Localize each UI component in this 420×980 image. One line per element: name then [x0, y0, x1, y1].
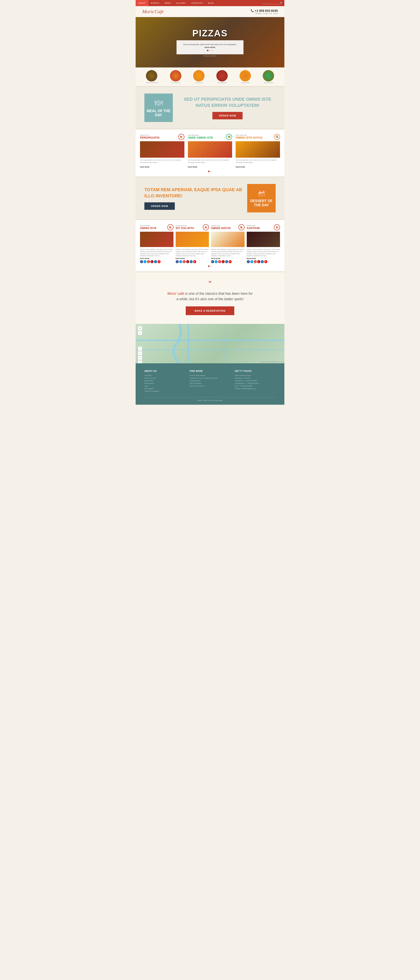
search-input[interactable]: [263, 2, 280, 4]
map-move-right[interactable]: →: [138, 360, 142, 363]
menu-cards-section: OMNIS ISTE PERSPICIATIS 🍖 Sed ut perspic…: [136, 129, 284, 177]
mc2-3-pinterest[interactable]: p: [222, 260, 225, 263]
menu-card-2-header: DOLOREMQUE UNDE OMNIS ISTE 🌿: [188, 134, 232, 140]
nav-item-menu[interactable]: MENU: [162, 0, 174, 6]
menu2-dot-2[interactable]: [211, 266, 212, 267]
footer-link-terms[interactable]: Terms & conditions: [144, 390, 185, 392]
footer-link-menus[interactable]: Food & Wine Menus: [190, 374, 231, 377]
menu-card-3-header: ACCUSANTIUM OMNIS ISTE NATUS 🍳: [236, 134, 280, 140]
mc2-4-youtube[interactable]: ▶: [264, 260, 267, 263]
make-reservation-button[interactable]: MAKE A RESERVATION: [186, 306, 234, 315]
footer-link-locations[interactable]: Locations, Hours & Other Essentials: [190, 377, 231, 379]
mc2-4-desc: Eantium, lorem aperiam a ipsa quae ab il…: [247, 248, 280, 257]
map-move-left[interactable]: ←: [138, 351, 142, 355]
mc2-3-read-more[interactable]: READ MORE: [211, 258, 244, 259]
footer-link-jobs[interactable]: Jobs: [144, 385, 185, 387]
menu2-dot-1[interactable]: [208, 266, 209, 267]
mc2-1-twitter[interactable]: t: [144, 260, 147, 263]
dessert-badge-icon: 🍰: [257, 189, 266, 197]
nav-item-contacts[interactable]: CONTACTS: [189, 0, 205, 6]
menu-card-2-icon: 🌿: [226, 134, 232, 140]
mc2-4-twitter[interactable]: t: [250, 260, 253, 263]
mc2-1-facebook[interactable]: f: [140, 260, 143, 263]
view-all-dishes[interactable]: VIEW ALL DISHES: [176, 55, 244, 57]
mc2-3-youtube[interactable]: ▶: [228, 260, 231, 263]
nav-item-blog[interactable]: BLOG: [205, 0, 217, 6]
map-home[interactable]: ○: [138, 356, 142, 360]
food-thumb-3[interactable]: CUSANTIUM: [193, 70, 204, 83]
mc2-2-read-more[interactable]: READ MORE: [176, 258, 209, 259]
mc2-2-linkedin[interactable]: in: [190, 260, 193, 263]
menu-card-2-read-more[interactable]: READ MORE: [188, 166, 197, 168]
footer-contact-heading: GET IT TOUCH: [235, 370, 276, 372]
main-navigation: ABOUT EVENTS MENU GALLERY CONTACTS BLOG …: [136, 0, 284, 6]
food-thumb-img-1: [146, 70, 157, 81]
mc2-1-social: f t g p in ▶: [140, 260, 173, 263]
nav-item-gallery[interactable]: GALLERY: [173, 0, 189, 6]
footer-link-reservations[interactable]: Reservations: [144, 382, 185, 384]
footer-link-blog[interactable]: Our Blog: [144, 374, 185, 377]
mc2-3-linkedin[interactable]: in: [225, 260, 228, 263]
mc2-3-facebook[interactable]: f: [211, 260, 214, 263]
map-move-up[interactable]: ↑: [138, 347, 142, 351]
footer-link-support[interactable]: Ask support: [144, 388, 185, 390]
footer-link-private[interactable]: Private Dining: [190, 380, 231, 382]
hero-dot-1[interactable]: [207, 50, 208, 51]
mc2-2-twitter[interactable]: t: [179, 260, 182, 263]
nav-item-events[interactable]: EVENTS: [148, 0, 162, 6]
mc2-1-read-more[interactable]: READ MORE: [140, 258, 173, 259]
footer-tel-label: Telephone:: [235, 380, 243, 382]
menu-card-3-read-more[interactable]: READ MORE: [236, 166, 245, 168]
footer-smartphone-value: +1 959 603 6035: [245, 382, 258, 384]
hero-read-more[interactable]: READ MORE: [183, 46, 237, 48]
menu-dot-2[interactable]: [211, 170, 212, 172]
food-thumb-2[interactable]: VOLUPTATEM: [170, 70, 181, 83]
mc2-1-linkedin[interactable]: in: [154, 260, 157, 263]
menu-card-3-icon: 🍳: [274, 134, 280, 140]
mc2-4-cat: OMNIS ISTE: [247, 225, 260, 226]
site-logo[interactable]: Moris'Cafe: [142, 9, 164, 14]
mc2-4-googleplus[interactable]: g: [254, 260, 257, 263]
map-zoom-in[interactable]: +: [138, 326, 142, 331]
mc2-3-title: OMNIS NATUS: [211, 226, 231, 230]
mc2-4-read-more[interactable]: READ MORE: [247, 258, 280, 259]
search-icon[interactable]: 🔍: [280, 2, 283, 5]
mc2-1-pinterest[interactable]: p: [151, 260, 154, 263]
footer-link-gift[interactable]: Gift Certificates: [190, 382, 231, 384]
footer-smartphone: Smartphone: +1 959 603 6035: [235, 382, 276, 384]
footer-link-newsletters[interactable]: Newsletters: [144, 380, 185, 382]
mc2-2-googleplus[interactable]: g: [183, 260, 186, 263]
mc2-4-facebook[interactable]: f: [247, 260, 250, 263]
meal-order-button[interactable]: ORDER NOW: [212, 112, 243, 119]
nav-item-about[interactable]: ABOUT: [136, 0, 148, 6]
footer-smartphone-label: Smartphone:: [235, 382, 245, 384]
menu-dot-1[interactable]: [208, 170, 209, 172]
mc2-3-twitter[interactable]: t: [215, 260, 218, 263]
map-zoom-out[interactable]: −: [138, 331, 142, 335]
food-thumb-1[interactable]: OMNIS ISTE NATUS: [146, 70, 158, 83]
mc2-2-cat: ACCUSANTIUM: [176, 225, 194, 226]
footer-col-about: ABOUT US Our Blog About our cafe Newslet…: [144, 370, 185, 393]
menu-card-1-desc: Sed ut perspiciatis unde omnis iste natu…: [140, 159, 184, 164]
mc2-4-title: SANTIUM: [247, 226, 260, 230]
footer-link-about[interactable]: About our cafe: [144, 377, 185, 379]
hero-dot-2[interactable]: [209, 50, 211, 51]
mc2-1-googleplus[interactable]: g: [147, 260, 150, 263]
food-thumb-6[interactable]: REM APERIAM: [263, 70, 274, 83]
hero-dot-3[interactable]: [212, 50, 213, 51]
mc2-2-youtube[interactable]: ▶: [193, 260, 196, 263]
dessert-order-button[interactable]: ORDER NOW: [144, 202, 175, 210]
menu-card-1-read-more[interactable]: READ MORE: [140, 166, 149, 168]
footer-link-articles[interactable]: Articles & Reviews: [190, 385, 231, 387]
mc2-2-pinterest[interactable]: p: [186, 260, 189, 263]
food-thumb-4[interactable]: DOLOREMQUE: [216, 70, 228, 83]
mc2-4-pinterest[interactable]: p: [257, 260, 260, 263]
mc2-4-linkedin[interactable]: in: [261, 260, 264, 263]
food-thumb-5[interactable]: LALIQANTIUM: [239, 70, 251, 83]
mc2-1-labels: VOLUPTATEM OMNIS ISTE: [140, 225, 156, 230]
mc2-1-youtube[interactable]: ▶: [157, 260, 160, 263]
mc2-3-googleplus[interactable]: g: [218, 260, 221, 263]
footer-tel-value: +1 900 519 6050: [244, 380, 257, 382]
mc2-2-facebook[interactable]: f: [176, 260, 179, 263]
menu-card-3-desc: Sed ut perspiciatis unde omnis iste natu…: [236, 159, 280, 164]
